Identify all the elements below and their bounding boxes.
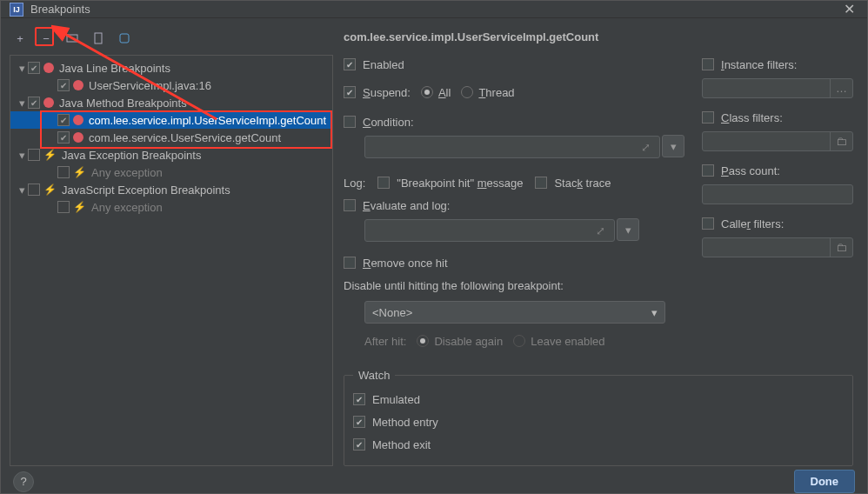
radio-all[interactable] — [421, 86, 433, 98]
intellij-icon: IJ — [10, 3, 23, 17]
breakpoint-title: com.lee.service.impl.UserServiceImpl.get… — [344, 30, 853, 43]
remove-once-checkbox[interactable] — [344, 257, 356, 269]
breakpoints-dialog: IJ Breakpoints ✕ + − ▾ Java Line Breakpo… — [0, 0, 868, 494]
done-button[interactable]: Done — [794, 470, 856, 493]
item-label: UserServiceImpl.java:16 — [89, 79, 211, 92]
group-label: JavaScript Exception Breakpoints — [62, 184, 230, 197]
breakpoints-tree[interactable]: ▾ Java Line Breakpoints ▾ UserServiceImp… — [10, 55, 333, 466]
enabled-label: Enabled — [363, 58, 404, 71]
item-checkbox[interactable] — [57, 114, 70, 126]
expand-icon[interactable]: ⤢ — [596, 224, 605, 237]
instance-filters-field[interactable]: … — [702, 78, 853, 98]
caller-filters-checkbox[interactable] — [702, 217, 714, 230]
radio-disable-again[interactable] — [417, 335, 429, 347]
watch-legend: Watch — [353, 369, 395, 382]
emulated-label: Emulated — [372, 393, 420, 406]
tree-item-method-2[interactable]: ▾ com.lee.service.UserService.getCount — [10, 129, 332, 146]
eval-dropdown[interactable]: ▾ — [617, 218, 639, 241]
disable-until-label: Disable until hitting the following brea… — [344, 279, 564, 292]
group-button[interactable] — [90, 30, 107, 47]
left-pane: + − ▾ Java Line Breakpoints ▾ UserServic — [10, 27, 333, 466]
remove-button[interactable]: − — [37, 30, 55, 47]
condition-label: Condition: — [363, 116, 414, 129]
item-label: Any exception — [91, 201, 163, 214]
radio-thread[interactable] — [461, 86, 473, 98]
right-pane: com.lee.service.impl.UserServiceImpl.get… — [344, 27, 858, 466]
tree-group-js-exc[interactable]: ▾ ⚡ JavaScript Exception Breakpoints — [10, 181, 332, 198]
tree-group-method[interactable]: ▾ Java Method Breakpoints — [10, 94, 332, 111]
eval-checkbox[interactable] — [344, 199, 356, 211]
item-checkbox[interactable] — [57, 201, 70, 213]
tree-toolbar: + − — [10, 27, 333, 50]
condition-checkbox[interactable] — [344, 116, 356, 128]
radio-all-label: All — [438, 86, 451, 99]
folder-icon[interactable]: 🗀 — [830, 238, 852, 257]
group-checkbox[interactable] — [28, 97, 40, 109]
add-button[interactable]: + — [11, 30, 29, 47]
svg-rect-2 — [120, 34, 129, 43]
condition-field[interactable]: ⤢ — [364, 136, 660, 158]
suspend-label: Suspend: — [363, 86, 411, 99]
tree-item-line[interactable]: ▾ UserServiceImpl.java:16 — [10, 77, 332, 94]
breakpoint-line-icon — [73, 80, 83, 90]
chevron-down-icon[interactable]: ▾ — [16, 184, 28, 197]
entry-checkbox[interactable] — [353, 416, 365, 428]
disable-again-label: Disable again — [434, 335, 503, 348]
class-filters-label: Class filters: — [721, 111, 783, 124]
caller-filters-field[interactable]: 🗀 — [702, 237, 853, 257]
view-options-button[interactable] — [63, 30, 81, 47]
radio-leave-enabled[interactable] — [513, 335, 525, 347]
log-label: Log: — [344, 177, 365, 190]
condition-dropdown[interactable]: ▾ — [662, 135, 684, 157]
stack-checkbox[interactable] — [535, 177, 547, 189]
chevron-down-icon[interactable]: ▾ — [16, 97, 28, 110]
dialog-title: Breakpoints — [30, 3, 840, 16]
dialog-footer: ? Done — [1, 470, 867, 493]
enabled-checkbox[interactable] — [344, 58, 356, 70]
eval-field[interactable]: ⤢ — [364, 219, 615, 242]
item-checkbox[interactable] — [57, 79, 70, 91]
folder-icon[interactable]: 🗀 — [830, 132, 852, 150]
pass-count-checkbox[interactable] — [702, 164, 714, 177]
exit-checkbox[interactable] — [353, 438, 365, 451]
titlebar: IJ Breakpoints ✕ — [1, 1, 867, 18]
group-label: Java Method Breakpoints — [59, 97, 187, 110]
item-checkbox[interactable] — [57, 131, 70, 144]
group-checkbox[interactable] — [28, 149, 40, 161]
help-button[interactable]: ? — [13, 471, 34, 492]
group-checkbox[interactable] — [28, 62, 40, 74]
remove-once-label: Remove once hit — [363, 257, 448, 270]
tree-item-any-exc-2[interactable]: ▾ ⚡ Any exception — [10, 198, 332, 216]
tree-group-line[interactable]: ▾ Java Line Breakpoints — [10, 59, 332, 77]
suspend-checkbox[interactable] — [344, 86, 356, 98]
instance-filters-label: Instance filters: — [721, 58, 797, 71]
item-label: com.lee.service.impl.UserServiceImpl.get… — [89, 114, 326, 127]
group-checkbox[interactable] — [28, 184, 40, 196]
tree-group-java-exc[interactable]: ▾ ⚡ Java Exception Breakpoints — [10, 146, 332, 164]
browse-button[interactable]: … — [830, 79, 852, 97]
disable-until-select[interactable]: <None>▾ — [364, 301, 665, 324]
entry-label: Method entry — [372, 416, 438, 429]
minus-icon: − — [43, 32, 50, 45]
svg-rect-0 — [67, 35, 77, 42]
chevron-down-icon[interactable]: ▾ — [16, 62, 28, 75]
radio-thread-label: Thread — [478, 86, 514, 99]
class-filters-checkbox[interactable] — [702, 111, 714, 124]
class-filters-field[interactable]: 🗀 — [702, 131, 853, 151]
item-checkbox[interactable] — [57, 166, 70, 178]
tree-item-method-1[interactable]: ▾ com.lee.service.impl.UserServiceImpl.g… — [10, 111, 332, 129]
pass-count-field[interactable] — [702, 184, 853, 204]
close-icon[interactable]: ✕ — [840, 1, 858, 17]
breakpoint-method-icon — [71, 113, 86, 128]
tree-item-any-exc-1[interactable]: ▾ ⚡ Any exception — [10, 164, 332, 181]
instance-filters-checkbox[interactable] — [702, 58, 714, 70]
select-value: <None> — [372, 306, 412, 319]
svg-rect-1 — [95, 33, 102, 43]
chevron-down-icon[interactable]: ▾ — [16, 149, 28, 162]
watch-fieldset: Watch Emulated Method entry Method exit — [344, 369, 853, 466]
expand-icon[interactable]: ⤢ — [641, 141, 651, 154]
preview-button[interactable] — [116, 30, 133, 47]
emulated-checkbox[interactable] — [353, 393, 365, 405]
bp-hit-checkbox[interactable] — [377, 177, 390, 189]
lightning-icon: ⚡ — [73, 166, 86, 178]
